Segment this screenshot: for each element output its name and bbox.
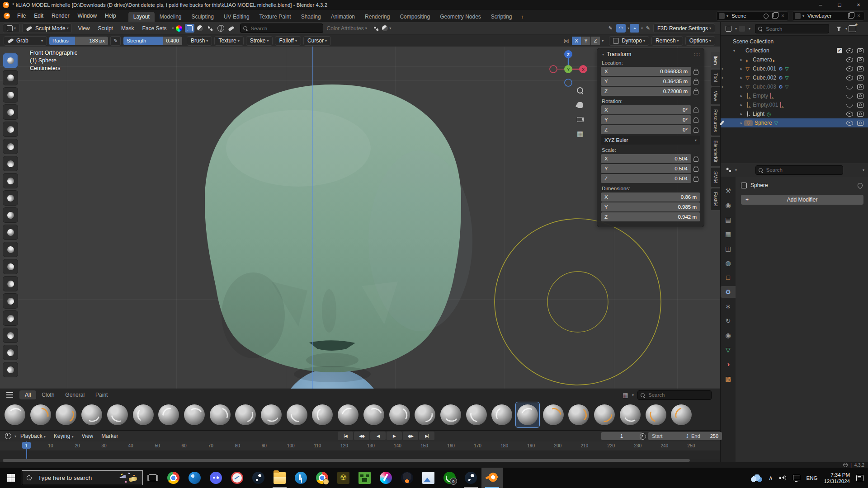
navigation-gizmo[interactable]: Z X Y [547, 48, 589, 90]
brush-thumbnail-16[interactable] [413, 402, 437, 427]
stencil-dots-icon[interactable] [206, 24, 215, 33]
taskbar-search[interactable]: Type here to search [22, 470, 143, 485]
disable-in-renders-icon[interactable] [857, 48, 863, 53]
collection-checkbox[interactable]: ✓ [837, 48, 842, 53]
workspace-tab-sculpting[interactable]: Sculpting [187, 12, 219, 22]
properties-search[interactable] [755, 165, 843, 175]
brush-thumbnail-1[interactable] [29, 402, 52, 427]
properties-tab-tool[interactable]: ⚒ [721, 185, 736, 197]
expand-chevron[interactable]: ▸ [739, 103, 744, 107]
gizmo-neg-z-axis[interactable] [565, 79, 572, 86]
proportional-snap-icon[interactable] [372, 24, 381, 33]
workspace-tab-uv-editing[interactable]: UV Editing [219, 12, 255, 22]
workspace-tab-rendering[interactable]: Rendering [360, 12, 395, 22]
jump-to-start-button[interactable]: |◀ [338, 432, 353, 440]
delete-scene-icon[interactable]: × [779, 13, 786, 19]
play-reverse-button[interactable]: ◀ [370, 432, 386, 440]
outliner-row-empty[interactable]: ▸Empty [721, 91, 868, 100]
blender-menu-icon[interactable] [4, 13, 10, 19]
properties-tab-object[interactable]: □ [721, 272, 736, 283]
proportional-editing-icon[interactable]: ◠ [616, 24, 626, 33]
annotate-icon[interactable]: ✎ [606, 24, 615, 33]
viewport-menu-mask[interactable]: Mask [117, 25, 138, 32]
pin-icon[interactable] [763, 12, 770, 19]
disable-in-renders-icon[interactable] [857, 121, 863, 126]
disable-in-renders-icon[interactable] [857, 84, 863, 89]
object-name[interactable]: Camera [753, 56, 772, 63]
shelf-tab-all[interactable]: All [19, 390, 36, 399]
tool-line-project[interactable] [3, 293, 18, 309]
outliner-search-input[interactable] [765, 26, 826, 32]
taskbar-app-blue-chair-app[interactable] [290, 468, 311, 488]
timeline-menu-playback[interactable]: Playback▾ [16, 433, 50, 439]
network-icon[interactable] [793, 475, 800, 480]
expand-chevron[interactable]: ▸ [739, 84, 744, 89]
transform-scale-x[interactable]: X0.504 [601, 154, 691, 163]
properties-search-input[interactable] [765, 167, 840, 173]
timeline-editor-icon[interactable] [3, 432, 13, 441]
sidebar-tab-item[interactable]: Item [711, 52, 720, 68]
workspace-tab-compositing[interactable]: Compositing [395, 12, 435, 22]
shelf-tab-cloth[interactable]: Cloth [36, 390, 60, 399]
brush-selector[interactable]: Grab▾ [4, 36, 47, 46]
brush-thumbnail-3[interactable] [80, 402, 104, 427]
expand-chevron[interactable]: ▸ [739, 57, 744, 62]
brush-icon[interactable] [226, 24, 236, 33]
menu-edit[interactable]: Edit [30, 13, 47, 19]
expand-chevron[interactable]: ▸ [739, 75, 744, 80]
object-name[interactable]: Cube.002 [753, 75, 776, 81]
task-view-button[interactable] [143, 468, 163, 488]
tool-cloth[interactable] [3, 207, 18, 223]
timeline-ruler[interactable]: 1020304050607080901001101201301401501601… [0, 441, 720, 451]
dyntopo-checkbox[interactable] [613, 38, 619, 44]
copy-view-layer-icon[interactable] [848, 13, 854, 19]
disable-in-renders-icon[interactable] [857, 57, 863, 62]
outliner-search[interactable] [755, 24, 829, 33]
transform-dimensions-x[interactable]: X0.86 m [601, 192, 700, 202]
zoom-icon[interactable] [575, 85, 585, 95]
proportional-falloff-icon[interactable]: ◔ [630, 24, 639, 33]
editor-type-button[interactable]: ▾ [3, 23, 20, 33]
brush-thumbnail-18[interactable] [465, 402, 488, 427]
delete-view-layer-icon[interactable]: × [855, 13, 862, 19]
taskbar-app-chrome-profile[interactable] [311, 468, 333, 488]
shelf-menu-icon[interactable] [6, 394, 13, 395]
volume-icon[interactable] [779, 475, 787, 481]
sidebar-tab-resources[interactable]: Resources [711, 106, 720, 136]
tool-transform[interactable] [3, 345, 18, 360]
jump-next-keyframe-button[interactable]: ◆▶ [403, 432, 418, 440]
tool-snake-hook[interactable] [3, 87, 18, 103]
tool-grab[interactable] [3, 53, 18, 68]
taskbar-app-snipping-tool[interactable] [226, 468, 248, 488]
taskbar-app-hazard-game[interactable]: ☢ [333, 468, 354, 488]
taskbar-app-steam-2[interactable] [460, 468, 481, 488]
taskbar-app-discord[interactable] [205, 468, 226, 488]
properties-editor-icon[interactable] [724, 166, 733, 174]
rotation-mode-dropdown[interactable]: XYZ Euler▾ [601, 136, 700, 145]
brush-thumbnail-10[interactable] [259, 402, 283, 427]
properties-tab-render[interactable]: ◉ [721, 199, 736, 211]
timeline-menu-view[interactable]: View [77, 433, 97, 439]
transform-location-y[interactable]: Y0.36435 m [601, 77, 691, 86]
properties-tab-scene[interactable]: ◫ [721, 243, 736, 254]
object-name[interactable]: Empty [753, 93, 768, 99]
tool-rotate[interactable] [3, 156, 18, 171]
viewport-menu-view[interactable]: View [74, 25, 94, 32]
start-button[interactable] [0, 468, 22, 488]
properties-tab-constraints[interactable]: ◉ [721, 329, 736, 341]
brush-thumbnail-21[interactable] [542, 402, 565, 427]
object-name[interactable]: Empty.001 [753, 102, 778, 108]
lock-toggle[interactable] [691, 117, 700, 123]
properties-tab-physics[interactable]: ↻ [721, 315, 736, 327]
falloff-sphere-icon[interactable] [195, 24, 205, 33]
panel-grip-icon[interactable]: :::: [694, 52, 700, 56]
symmetry-x-toggle[interactable]: X [572, 37, 581, 45]
properties-tab-view-layer[interactable]: ▦ [721, 228, 736, 240]
hide-in-viewport-icon[interactable] [846, 75, 853, 80]
tool-move[interactable] [3, 328, 18, 343]
taskbar-app-chrome[interactable] [163, 468, 184, 488]
brush-thumbnail-14[interactable] [362, 402, 386, 427]
expand-chevron[interactable]: ▸ [739, 94, 744, 98]
sidebar-tab-tool[interactable]: Tool [711, 70, 720, 85]
transform-dimensions-z[interactable]: Z0.942 m [601, 212, 700, 221]
